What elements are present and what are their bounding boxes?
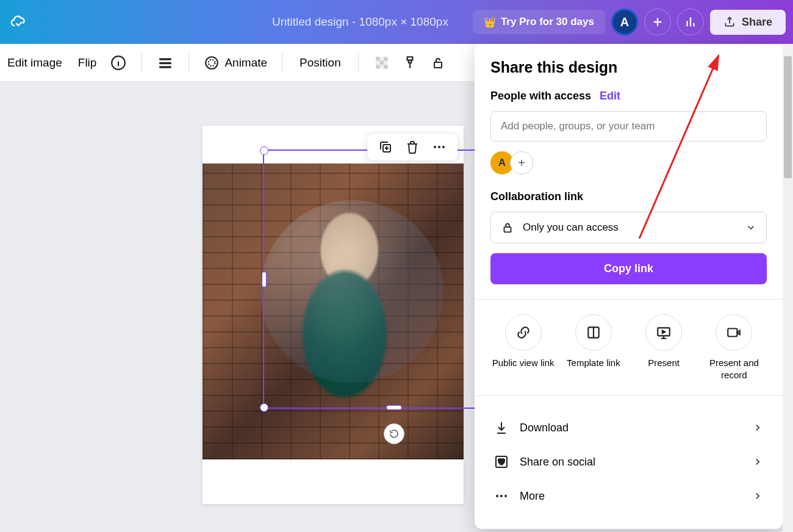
option-label: Present and record [702,357,767,381]
element-actions-bar [367,134,458,160]
crown-icon: 👑 [484,16,496,28]
user-avatar[interactable]: A [611,9,638,35]
add-people-input[interactable] [490,111,767,142]
try-pro-button[interactable]: 👑 Try Pro for 30 days [473,10,605,34]
divider [358,52,359,73]
lock-icon [501,221,514,234]
transparency-icon[interactable] [373,54,390,71]
menu-label: Share on social [520,456,741,469]
resize-handle-nw[interactable] [260,146,268,155]
svg-point-18 [438,146,440,148]
svg-rect-11 [384,60,388,65]
animate-label: Animate [224,56,267,70]
try-pro-label: Try Pro for 30 days [501,16,594,28]
svg-rect-6 [376,57,380,61]
menu-label: More [520,490,741,503]
vertical-scrollbar[interactable] [783,44,793,532]
flip-button[interactable]: Flip [76,52,99,73]
collab-link-label: Collaboration link [490,190,767,203]
svg-rect-15 [434,62,442,68]
svg-rect-3 [160,66,172,68]
public-view-link-option[interactable]: Public view link [490,314,556,381]
divider [475,395,783,396]
copy-style-icon[interactable] [401,54,418,71]
copy-link-button[interactable]: Copy link [490,253,767,284]
chevron-right-icon [752,456,763,467]
share-button-label: Share [742,16,772,29]
more-menu-item[interactable]: More [490,479,767,513]
position-button[interactable]: Position [297,52,343,73]
more-icon[interactable] [432,140,447,154]
access-dropdown-value: Only you can access [523,221,737,234]
svg-rect-12 [376,65,380,69]
divider [475,299,783,300]
duplicate-icon[interactable] [378,140,393,154]
share-social-menu-item[interactable]: Share on social [490,445,767,479]
option-label: Present [648,357,680,369]
svg-rect-9 [376,60,380,65]
svg-rect-10 [379,60,384,65]
analytics-button[interactable] [677,9,704,35]
svg-rect-2 [160,62,172,63]
document-title[interactable]: Untitled design - 1080px × 1080px [272,15,448,29]
download-icon [494,420,509,435]
add-member-button[interactable] [644,9,671,35]
animate-button[interactable]: Animate [204,55,267,71]
share-button[interactable]: Share [710,10,786,35]
info-icon[interactable] [110,54,127,71]
heart-square-icon [494,455,509,469]
lines-icon[interactable] [157,54,174,71]
present-option[interactable]: Present [631,314,697,381]
divider [188,52,189,73]
top-bar: Untitled design - 1080px × 1080px 👑 Try … [0,0,793,44]
present-record-option[interactable]: Present and record [702,314,767,381]
lock-icon[interactable] [429,54,447,71]
option-label: Public view link [492,357,554,369]
svg-rect-7 [379,57,384,61]
svg-rect-13 [379,65,384,69]
dots-icon [494,489,509,503]
people-access-label: People with access [490,90,591,102]
svg-point-27 [504,495,507,497]
share-panel: Share this design People with access Edi… [475,44,783,529]
svg-rect-8 [384,57,388,61]
option-label: Template link [567,357,620,369]
cloud-sync-icon[interactable] [10,13,27,31]
svg-point-26 [500,495,503,497]
download-menu-item[interactable]: Download [490,411,767,445]
edit-image-button[interactable]: Edit image [5,52,65,73]
scrollbar-thumb[interactable] [784,56,792,178]
delete-icon[interactable] [405,140,420,154]
template-link-option[interactable]: Template link [561,314,626,381]
access-dropdown[interactable]: Only you can access [490,212,767,243]
svg-rect-14 [384,65,388,69]
share-panel-title: Share this design [490,59,767,76]
canvas-image[interactable] [203,164,464,459]
design-canvas[interactable] [203,126,464,504]
svg-rect-20 [504,227,511,232]
svg-rect-23 [728,329,737,337]
chevron-right-icon [752,491,763,501]
chevron-down-icon [745,222,756,233]
divider [282,52,282,73]
divider [142,52,142,73]
edit-access-link[interactable]: Edit [600,90,620,102]
svg-rect-1 [160,58,172,60]
chevron-right-icon [752,422,763,433]
add-member-icon[interactable]: + [510,151,533,174]
svg-point-19 [442,146,445,148]
menu-label: Download [520,422,741,434]
svg-point-17 [434,146,436,148]
svg-point-5 [209,59,215,66]
svg-point-4 [206,57,218,69]
svg-point-25 [496,495,498,497]
